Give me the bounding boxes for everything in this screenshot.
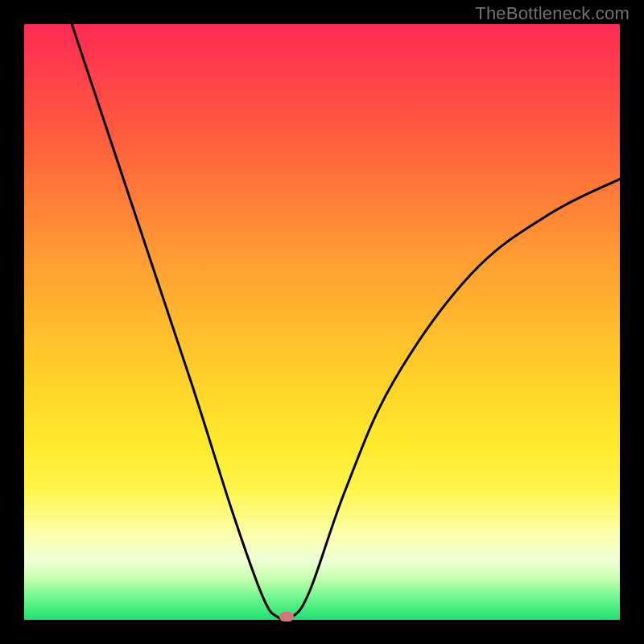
chart-frame: TheBottleneck.com (0, 0, 644, 644)
plot-area (24, 24, 620, 620)
watermark-text: TheBottleneck.com (475, 3, 630, 24)
bottleneck-curve (72, 24, 620, 620)
optimal-point-marker (279, 612, 294, 621)
curve-svg (24, 24, 620, 620)
